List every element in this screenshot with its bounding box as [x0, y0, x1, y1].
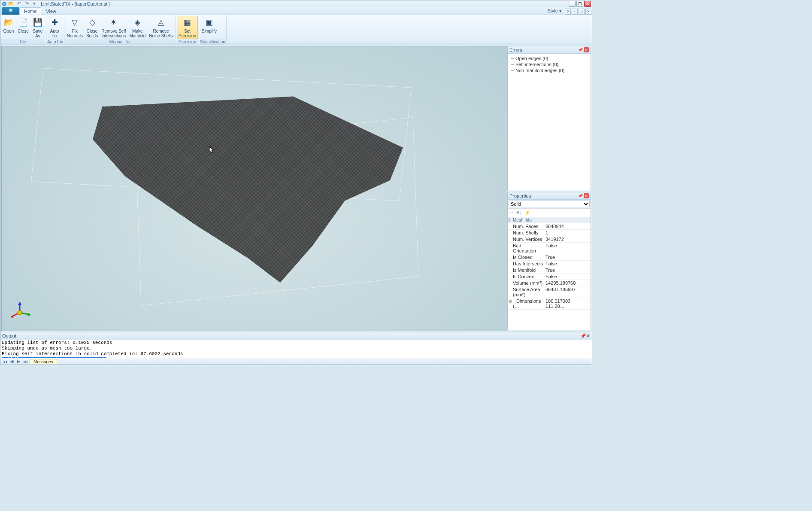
qat-open-icon[interactable]: 📂	[8, 1, 14, 7]
panel-close-icon[interactable]: ✕	[584, 193, 589, 198]
property-key: Volume (mm³)	[508, 280, 545, 286]
property-row[interactable]: Is ClosedTrue	[508, 254, 591, 261]
open-button[interactable]: 📂Open	[1, 16, 16, 39]
property-key: Is Manifold	[508, 267, 545, 273]
close-button[interactable]: ✕	[584, 1, 591, 7]
open-folder-icon: 📂	[3, 17, 14, 28]
save-icon: 💾	[32, 17, 43, 28]
property-row[interactable]: Volume (mm³)14295.189760	[508, 280, 591, 286]
property-value: False	[545, 243, 591, 254]
quick-access-toolbar: 📂 ↶ ↷ ▾	[8, 1, 37, 7]
group-label-file: File	[1, 39, 45, 45]
maximize-button[interactable]: ❐	[576, 1, 583, 7]
remove-self-intersections-button[interactable]: ✶Remove Self Intersections	[100, 16, 127, 39]
axis-gizmo[interactable]	[7, 300, 33, 325]
property-value: False	[545, 261, 591, 267]
simplify-icon: ▣	[203, 17, 215, 28]
property-value: True	[545, 267, 591, 273]
property-key: Num. Shells	[508, 230, 545, 236]
output-line: Skipping undo as mesh too large.	[2, 346, 591, 351]
properties-panel-body: Mesh Info Num. Faces6848944Num. Shells1N…	[508, 217, 591, 330]
property-row[interactable]: Bad OrientationFalse	[508, 243, 591, 254]
auto-fix-button[interactable]: ✚Auto Fix	[47, 16, 62, 39]
property-key: Num. Vertices	[508, 236, 545, 242]
save-as-button[interactable]: 💾Save As	[30, 16, 45, 39]
fix-normals-button[interactable]: ▽Fix Normals	[65, 16, 85, 39]
mdi-close-button[interactable]: ✕	[585, 9, 591, 15]
output-nav-prev-icon[interactable]: ◀	[9, 359, 14, 364]
property-value: 6848944	[545, 223, 591, 229]
group-label-manualfix: Manual Fix	[65, 39, 175, 45]
properties-panel-header[interactable]: Properties 📌 ✕	[508, 192, 591, 200]
property-row[interactable]: Num. Faces6848944	[508, 223, 591, 230]
prop-sort-icon[interactable]: ⚏	[509, 210, 514, 216]
property-row[interactable]: Is ManifoldTrue	[508, 267, 591, 274]
group-label-simplification: Simplification	[200, 39, 225, 45]
output-panel-header[interactable]: Output 📌 ✕	[0, 332, 592, 340]
svg-marker-3	[28, 313, 30, 316]
make-manifold-button[interactable]: ◈Make Manifold	[127, 16, 147, 39]
output-nav-next-icon[interactable]: ▶	[16, 359, 21, 364]
style-dropdown[interactable]: Style ▾	[545, 7, 564, 15]
manifold-icon: ◈	[132, 17, 143, 28]
set-precision-button[interactable]: ▦Set Precision	[177, 16, 198, 39]
help-button[interactable]: ?	[565, 9, 571, 15]
property-row[interactable]: Num. Vertices3419172	[508, 236, 591, 243]
error-item[interactable]: Self intersections (0)	[509, 61, 589, 67]
property-key: Is Convex	[508, 274, 545, 280]
qat-redo-icon[interactable]: ↷	[24, 1, 30, 7]
app-icon	[1, 1, 7, 7]
close-file-button[interactable]: 📄Close	[16, 16, 30, 39]
ribbon-tabstrip: Home View Style ▾ ? – ❐ ✕	[0, 7, 592, 15]
remove-noise-shells-button[interactable]: ◬Remove Noise Shells	[147, 16, 175, 39]
errors-panel-header[interactable]: Errors 📌 ✕	[508, 46, 591, 54]
qat-dropdown-icon[interactable]: ▾	[31, 1, 37, 7]
property-value: True	[545, 254, 591, 260]
panel-close-icon[interactable]: ✕	[584, 47, 589, 52]
panel-pin-icon[interactable]: 📌	[578, 47, 583, 52]
close-solids-icon: ◇	[87, 17, 98, 28]
property-row[interactable]: Has IntersectsFalse	[508, 261, 591, 267]
prop-lightning-icon[interactable]: ⚡	[524, 210, 530, 216]
panel-pin-icon[interactable]: 📌	[578, 193, 583, 198]
properties-selector[interactable]: Solid	[508, 200, 591, 209]
output-tab-messages[interactable]: Messages	[30, 359, 57, 364]
minimize-button[interactable]: –	[569, 1, 576, 7]
output-nav-last-icon[interactable]: ⏭	[23, 359, 28, 364]
svg-marker-7	[18, 302, 21, 305]
error-item[interactable]: Non manifold edges (0)	[509, 67, 589, 73]
properties-section[interactable]: Mesh Info	[508, 217, 591, 223]
mdi-minimize-button[interactable]: –	[572, 9, 578, 15]
ribbon: 📂Open 📄Close 💾Save As File ✚Auto Fix Aut…	[0, 15, 592, 45]
svg-point-8	[18, 310, 22, 315]
output-panel-title: Output	[2, 333, 16, 339]
property-row[interactable]: Num. Shells1	[508, 230, 591, 236]
property-row[interactable]: Is ConvexFalse	[508, 274, 591, 280]
qat-undo-icon[interactable]: ↶	[16, 1, 22, 7]
tab-view[interactable]: View	[41, 7, 61, 15]
viewport-3d[interactable]	[1, 46, 507, 331]
panel-close-icon[interactable]: ✕	[586, 333, 590, 339]
error-item[interactable]: Open edges (0)	[509, 55, 589, 61]
panel-pin-icon[interactable]: 📌	[580, 333, 586, 339]
tab-home[interactable]: Home	[19, 7, 41, 15]
property-value: 14295.189760	[545, 280, 591, 286]
property-key: Num. Faces	[508, 223, 545, 229]
output-panel-body[interactable]: Updating list of errors: 0.1025 seconds …	[0, 340, 592, 358]
property-row[interactable]: Surface Area (mm²)66487.185937	[508, 286, 591, 298]
file-menu-tab[interactable]	[2, 7, 19, 15]
mdi-restore-button[interactable]: ❐	[579, 9, 585, 15]
noise-shells-icon: ◬	[155, 17, 167, 28]
properties-panel-title: Properties	[509, 193, 531, 198]
properties-toolbar: ⚏ A↓ ⚡	[508, 209, 591, 217]
mesh-visualization	[93, 86, 416, 291]
close-solids-button[interactable]: ◇Close Solids	[85, 16, 100, 39]
errors-panel-title: Errors	[509, 47, 522, 52]
prop-az-icon[interactable]: A↓	[516, 210, 522, 216]
window-title: LimitState:FIX - [taperQuarter.stl]	[41, 1, 110, 6]
property-row[interactable]: ⊞Dimensions (…100.017003, 111.28…	[508, 298, 591, 310]
output-nav-first-icon[interactable]: ⏮	[2, 359, 7, 364]
properties-select[interactable]: Solid	[509, 201, 590, 207]
group-label-autofix: Auto Fix	[47, 39, 63, 45]
simplify-button[interactable]: ▣Simplify	[200, 16, 218, 39]
